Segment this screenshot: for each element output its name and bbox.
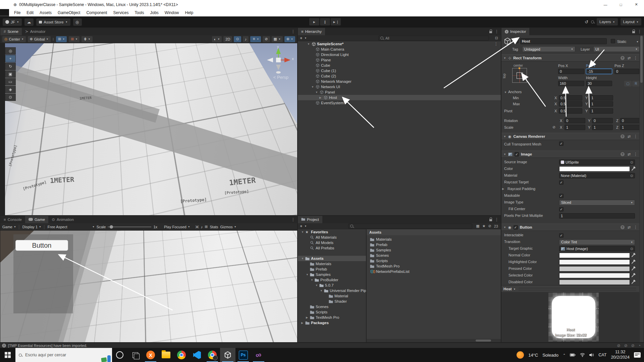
scrollbar-thumb[interactable]: [640, 36, 643, 83]
pivot-x-field[interactable]: [559, 108, 582, 114]
scale-z-field[interactable]: [620, 125, 640, 130]
preview-drag-handle[interactable]: [519, 288, 636, 290]
hierarchy-item-samplescene-[interactable]: ▼SampleScene*⋮: [298, 41, 501, 47]
camera-settings-button[interactable]: ▦▼: [272, 36, 283, 42]
view-tool-button[interactable]: ◎: [5, 47, 16, 55]
audio-toggle[interactable]: ♪: [243, 36, 249, 42]
start-button[interactable]: [0, 348, 15, 362]
project-tree-item-textmesh-pro[interactable]: ▶TextMesh Pro: [298, 315, 366, 320]
cloud-muted-icon[interactable]: ⊘: [631, 343, 635, 348]
2d-toggle[interactable]: 2D: [223, 36, 232, 42]
static-checkbox[interactable]: [611, 39, 615, 43]
foldout-icon[interactable]: ▼: [311, 279, 313, 282]
project-search-input[interactable]: [355, 224, 470, 229]
vsync-grid-icon[interactable]: ⊞: [205, 225, 208, 229]
language-indicator[interactable]: CAT: [598, 353, 606, 357]
preview-header[interactable]: Host▼: [501, 285, 640, 292]
highlighted-color-swatch[interactable]: [559, 259, 630, 265]
menu-jobs[interactable]: Jobs: [147, 10, 161, 15]
help-icon[interactable]: ?: [621, 152, 625, 156]
add-object-button[interactable]: +: [300, 36, 303, 41]
menu-window[interactable]: Window: [162, 10, 182, 15]
tab-hierarchy[interactable]: ≡ Hierarchy: [298, 28, 325, 35]
source-image-object-field[interactable]: UISprite⊙: [559, 160, 635, 165]
play-focused-dropdown[interactable]: Play Focused▼: [164, 225, 190, 229]
image-type-dropdown[interactable]: Sliced▼: [559, 200, 635, 205]
button-enabled-checkbox[interactable]: ✓: [514, 225, 518, 230]
scale-slider-knob[interactable]: [110, 225, 113, 229]
space-mode-button[interactable]: ⊕Global▼: [28, 36, 51, 42]
taskbar-app-vscode[interactable]: [189, 348, 205, 362]
rotation-x-field[interactable]: [565, 118, 585, 123]
cloud-button[interactable]: ☁: [24, 18, 34, 26]
search-icon[interactable]: [591, 20, 594, 23]
inspector-scrollbar[interactable]: [639, 35, 644, 342]
taskbar-app-chrome-profile[interactable]: [205, 348, 220, 362]
raw-edit-button[interactable]: R: [632, 81, 640, 86]
hierarchy-search[interactable]: [378, 36, 489, 41]
project-tree-item-materials[interactable]: Materials: [298, 261, 366, 266]
foldout-icon[interactable]: ▼: [301, 231, 304, 234]
scale-y-field[interactable]: [592, 125, 613, 130]
tab-game[interactable]: Game: [25, 216, 48, 223]
transition-dropdown[interactable]: Color Tint▼: [559, 239, 635, 245]
gizmos-dropdown[interactable]: Gizmos▼: [220, 225, 236, 229]
cull-transparent-mesh-checkbox[interactable]: ✓: [559, 141, 564, 146]
kebab-menu-icon[interactable]: ⋮: [634, 56, 638, 60]
image-component-header[interactable]: ▼ ✓ Image ?⇄⋮: [501, 150, 640, 158]
search-by-type-icon[interactable]: ▦: [476, 224, 479, 228]
rect-tool-button[interactable]: ▭: [5, 78, 16, 85]
taskbar-app-photoshop[interactable]: Ps: [235, 348, 251, 362]
aspect-dropdown[interactable]: Free Aspect▼: [48, 225, 95, 229]
eyedropper-icon[interactable]: [632, 254, 635, 257]
preset-icon[interactable]: ⇄: [628, 225, 631, 230]
blueprint-mode-button[interactable]: ▢: [624, 81, 632, 86]
pos-y-field[interactable]: [586, 69, 612, 74]
layout-dropdown[interactable]: Layout▼: [621, 18, 641, 25]
tag-dropdown[interactable]: Untagged▼: [522, 46, 575, 52]
menu-file[interactable]: File: [11, 10, 23, 15]
image-enabled-checkbox[interactable]: ✓: [515, 152, 519, 157]
stats-toggle[interactable]: Stats: [210, 225, 218, 229]
anchor-max-y-field[interactable]: [590, 101, 613, 107]
fill-center-checkbox[interactable]: ✓: [559, 207, 564, 212]
project-tree-item-assets[interactable]: ▼Assets: [298, 256, 366, 261]
cortana-button[interactable]: [112, 348, 127, 362]
scene-picker-icon[interactable]: ⊡: [495, 36, 498, 40]
foldout-icon[interactable]: ▶: [306, 316, 308, 319]
asset-item-materials[interactable]: Materials: [367, 237, 501, 242]
battery-icon[interactable]: [570, 353, 576, 357]
increment-snap-button[interactable]: ⊞▼: [69, 36, 79, 42]
rotation-y-field[interactable]: [592, 118, 613, 123]
eyedropper-icon[interactable]: [632, 260, 635, 264]
scale-slider[interactable]: [108, 227, 151, 227]
asset-item-textmesh-pro[interactable]: TextMesh Pro: [367, 263, 501, 269]
target-graphic-object-field[interactable]: Host (Image)⊙: [559, 246, 635, 251]
foldout-icon[interactable]: ▶: [319, 96, 321, 99]
gameobject-name-field[interactable]: [520, 38, 607, 44]
transform-tool-button[interactable]: ◈: [5, 86, 16, 93]
scale-tool-button[interactable]: ▣: [5, 70, 16, 78]
eyedropper-icon[interactable]: [632, 267, 635, 270]
foldout-icon[interactable]: ▼: [306, 273, 309, 276]
object-picker-icon[interactable]: ⊙: [630, 160, 633, 165]
hierarchy-item-host[interactable]: ▶Host: [298, 95, 501, 100]
asset-item-prefab[interactable]: Prefab: [367, 242, 501, 247]
interactable-checkbox[interactable]: ✓: [559, 233, 564, 238]
eyedropper-icon[interactable]: [632, 274, 635, 277]
pixels-per-unit-multiplie-field[interactable]: 1: [559, 213, 635, 219]
scene-viewport[interactable]: 1METER1METER1METER[Prototype][Prototype]…: [0, 43, 297, 215]
project-tree-item-samples[interactable]: ▼Samples: [298, 272, 366, 277]
active-checkbox[interactable]: ✓: [514, 39, 519, 43]
lock-icon[interactable]: [489, 31, 492, 33]
pos-x-field[interactable]: [558, 69, 584, 74]
static-dropdown-icon[interactable]: ▼: [636, 41, 639, 43]
project-tree-item-packages[interactable]: ▶Packages: [298, 320, 366, 325]
foldout-icon[interactable]: ▼: [301, 257, 304, 260]
asset-item-networkprefabslist[interactable]: {}NetworkPrefabsList: [367, 269, 501, 274]
kebab-menu-icon[interactable]: ⋮: [638, 29, 642, 34]
unity-hub-button[interactable]: ◎: [73, 18, 82, 26]
maximize-button[interactable]: □: [613, 0, 629, 9]
taskbar-app-visual-studio[interactable]: ∞: [251, 348, 266, 362]
hierarchy-item-cube-2-[interactable]: Cube (2): [298, 73, 501, 79]
